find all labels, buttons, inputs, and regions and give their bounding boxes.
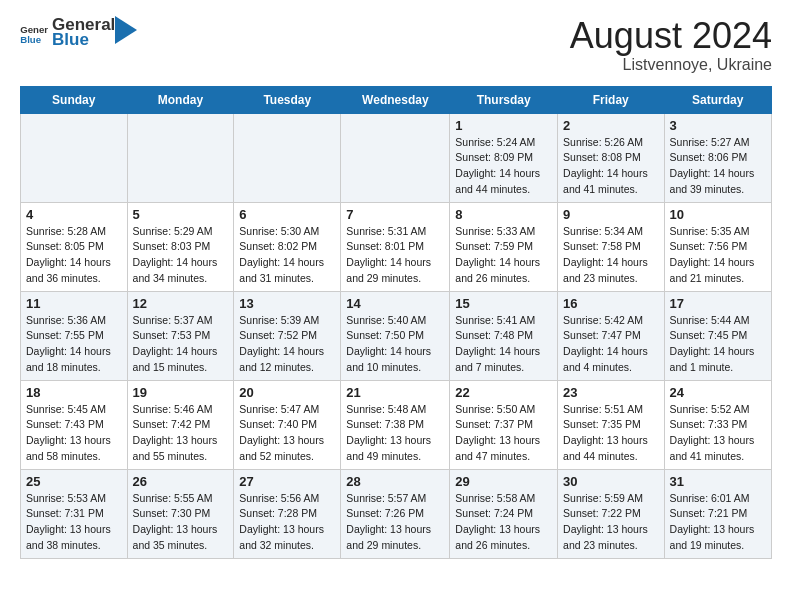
day-number: 3 xyxy=(670,118,766,133)
calendar-cell: 18Sunrise: 5:45 AM Sunset: 7:43 PM Dayli… xyxy=(21,380,128,469)
calendar-cell: 22Sunrise: 5:50 AM Sunset: 7:37 PM Dayli… xyxy=(450,380,558,469)
calendar-header-row: SundayMondayTuesdayWednesdayThursdayFrid… xyxy=(21,86,772,113)
calendar-cell: 30Sunrise: 5:59 AM Sunset: 7:22 PM Dayli… xyxy=(558,469,665,558)
day-number: 1 xyxy=(455,118,552,133)
calendar-cell: 10Sunrise: 5:35 AM Sunset: 7:56 PM Dayli… xyxy=(664,202,771,291)
calendar-cell: 19Sunrise: 5:46 AM Sunset: 7:42 PM Dayli… xyxy=(127,380,234,469)
calendar-cell: 13Sunrise: 5:39 AM Sunset: 7:52 PM Dayli… xyxy=(234,291,341,380)
calendar-cell: 17Sunrise: 5:44 AM Sunset: 7:45 PM Dayli… xyxy=(664,291,771,380)
calendar-cell xyxy=(341,113,450,202)
weekday-header-sunday: Sunday xyxy=(21,86,128,113)
day-number: 26 xyxy=(133,474,229,489)
calendar-cell: 21Sunrise: 5:48 AM Sunset: 7:38 PM Dayli… xyxy=(341,380,450,469)
day-number: 9 xyxy=(563,207,659,222)
day-number: 29 xyxy=(455,474,552,489)
day-info: Sunrise: 5:35 AM Sunset: 7:56 PM Dayligh… xyxy=(670,224,766,287)
day-number: 31 xyxy=(670,474,766,489)
calendar-cell: 25Sunrise: 5:53 AM Sunset: 7:31 PM Dayli… xyxy=(21,469,128,558)
day-info: Sunrise: 5:45 AM Sunset: 7:43 PM Dayligh… xyxy=(26,402,122,465)
calendar-cell: 23Sunrise: 5:51 AM Sunset: 7:35 PM Dayli… xyxy=(558,380,665,469)
day-number: 22 xyxy=(455,385,552,400)
calendar-cell: 31Sunrise: 6:01 AM Sunset: 7:21 PM Dayli… xyxy=(664,469,771,558)
calendar-cell: 14Sunrise: 5:40 AM Sunset: 7:50 PM Dayli… xyxy=(341,291,450,380)
day-info: Sunrise: 5:57 AM Sunset: 7:26 PM Dayligh… xyxy=(346,491,444,554)
day-info: Sunrise: 5:31 AM Sunset: 8:01 PM Dayligh… xyxy=(346,224,444,287)
day-number: 28 xyxy=(346,474,444,489)
weekday-header-saturday: Saturday xyxy=(664,86,771,113)
calendar-cell: 15Sunrise: 5:41 AM Sunset: 7:48 PM Dayli… xyxy=(450,291,558,380)
day-info: Sunrise: 5:26 AM Sunset: 8:08 PM Dayligh… xyxy=(563,135,659,198)
calendar-cell xyxy=(21,113,128,202)
day-info: Sunrise: 5:52 AM Sunset: 7:33 PM Dayligh… xyxy=(670,402,766,465)
weekday-header-thursday: Thursday xyxy=(450,86,558,113)
calendar-cell: 20Sunrise: 5:47 AM Sunset: 7:40 PM Dayli… xyxy=(234,380,341,469)
day-info: Sunrise: 5:30 AM Sunset: 8:02 PM Dayligh… xyxy=(239,224,335,287)
day-info: Sunrise: 5:39 AM Sunset: 7:52 PM Dayligh… xyxy=(239,313,335,376)
weekday-header-wednesday: Wednesday xyxy=(341,86,450,113)
calendar-cell: 3Sunrise: 5:27 AM Sunset: 8:06 PM Daylig… xyxy=(664,113,771,202)
calendar-week-2: 4Sunrise: 5:28 AM Sunset: 8:05 PM Daylig… xyxy=(21,202,772,291)
calendar-table: SundayMondayTuesdayWednesdayThursdayFrid… xyxy=(20,86,772,559)
logo-icon: General Blue xyxy=(20,22,48,44)
day-number: 16 xyxy=(563,296,659,311)
day-info: Sunrise: 5:59 AM Sunset: 7:22 PM Dayligh… xyxy=(563,491,659,554)
calendar-cell: 1Sunrise: 5:24 AM Sunset: 8:09 PM Daylig… xyxy=(450,113,558,202)
day-info: Sunrise: 5:40 AM Sunset: 7:50 PM Dayligh… xyxy=(346,313,444,376)
day-info: Sunrise: 5:34 AM Sunset: 7:58 PM Dayligh… xyxy=(563,224,659,287)
day-info: Sunrise: 5:56 AM Sunset: 7:28 PM Dayligh… xyxy=(239,491,335,554)
calendar-cell: 27Sunrise: 5:56 AM Sunset: 7:28 PM Dayli… xyxy=(234,469,341,558)
day-number: 7 xyxy=(346,207,444,222)
calendar-cell: 28Sunrise: 5:57 AM Sunset: 7:26 PM Dayli… xyxy=(341,469,450,558)
calendar-cell: 4Sunrise: 5:28 AM Sunset: 8:05 PM Daylig… xyxy=(21,202,128,291)
day-info: Sunrise: 5:29 AM Sunset: 8:03 PM Dayligh… xyxy=(133,224,229,287)
page-subtitle: Listvennoye, Ukraine xyxy=(570,56,772,74)
day-number: 14 xyxy=(346,296,444,311)
calendar-cell: 9Sunrise: 5:34 AM Sunset: 7:58 PM Daylig… xyxy=(558,202,665,291)
day-number: 27 xyxy=(239,474,335,489)
day-info: Sunrise: 5:46 AM Sunset: 7:42 PM Dayligh… xyxy=(133,402,229,465)
day-info: Sunrise: 5:36 AM Sunset: 7:55 PM Dayligh… xyxy=(26,313,122,376)
day-info: Sunrise: 5:33 AM Sunset: 7:59 PM Dayligh… xyxy=(455,224,552,287)
day-info: Sunrise: 5:51 AM Sunset: 7:35 PM Dayligh… xyxy=(563,402,659,465)
day-info: Sunrise: 5:48 AM Sunset: 7:38 PM Dayligh… xyxy=(346,402,444,465)
logo-triangle-icon xyxy=(115,16,137,44)
calendar-week-4: 18Sunrise: 5:45 AM Sunset: 7:43 PM Dayli… xyxy=(21,380,772,469)
day-number: 10 xyxy=(670,207,766,222)
calendar-cell: 16Sunrise: 5:42 AM Sunset: 7:47 PM Dayli… xyxy=(558,291,665,380)
logo: General Blue General Blue xyxy=(20,16,137,49)
calendar-week-3: 11Sunrise: 5:36 AM Sunset: 7:55 PM Dayli… xyxy=(21,291,772,380)
day-info: Sunrise: 5:24 AM Sunset: 8:09 PM Dayligh… xyxy=(455,135,552,198)
svg-marker-2 xyxy=(115,16,137,44)
day-info: Sunrise: 5:53 AM Sunset: 7:31 PM Dayligh… xyxy=(26,491,122,554)
calendar-cell: 5Sunrise: 5:29 AM Sunset: 8:03 PM Daylig… xyxy=(127,202,234,291)
day-number: 2 xyxy=(563,118,659,133)
day-number: 12 xyxy=(133,296,229,311)
day-number: 6 xyxy=(239,207,335,222)
weekday-header-friday: Friday xyxy=(558,86,665,113)
day-number: 11 xyxy=(26,296,122,311)
day-number: 15 xyxy=(455,296,552,311)
day-info: Sunrise: 5:44 AM Sunset: 7:45 PM Dayligh… xyxy=(670,313,766,376)
calendar-cell xyxy=(234,113,341,202)
day-info: Sunrise: 5:42 AM Sunset: 7:47 PM Dayligh… xyxy=(563,313,659,376)
calendar-cell: 26Sunrise: 5:55 AM Sunset: 7:30 PM Dayli… xyxy=(127,469,234,558)
day-number: 23 xyxy=(563,385,659,400)
day-info: Sunrise: 5:27 AM Sunset: 8:06 PM Dayligh… xyxy=(670,135,766,198)
day-number: 18 xyxy=(26,385,122,400)
calendar-week-5: 25Sunrise: 5:53 AM Sunset: 7:31 PM Dayli… xyxy=(21,469,772,558)
day-info: Sunrise: 5:37 AM Sunset: 7:53 PM Dayligh… xyxy=(133,313,229,376)
day-number: 21 xyxy=(346,385,444,400)
calendar-cell: 29Sunrise: 5:58 AM Sunset: 7:24 PM Dayli… xyxy=(450,469,558,558)
day-info: Sunrise: 5:58 AM Sunset: 7:24 PM Dayligh… xyxy=(455,491,552,554)
day-number: 8 xyxy=(455,207,552,222)
day-number: 4 xyxy=(26,207,122,222)
day-number: 19 xyxy=(133,385,229,400)
calendar-cell: 12Sunrise: 5:37 AM Sunset: 7:53 PM Dayli… xyxy=(127,291,234,380)
svg-text:Blue: Blue xyxy=(20,33,41,43)
day-number: 24 xyxy=(670,385,766,400)
day-number: 30 xyxy=(563,474,659,489)
day-info: Sunrise: 5:55 AM Sunset: 7:30 PM Dayligh… xyxy=(133,491,229,554)
calendar-cell xyxy=(127,113,234,202)
calendar-cell: 6Sunrise: 5:30 AM Sunset: 8:02 PM Daylig… xyxy=(234,202,341,291)
day-number: 17 xyxy=(670,296,766,311)
